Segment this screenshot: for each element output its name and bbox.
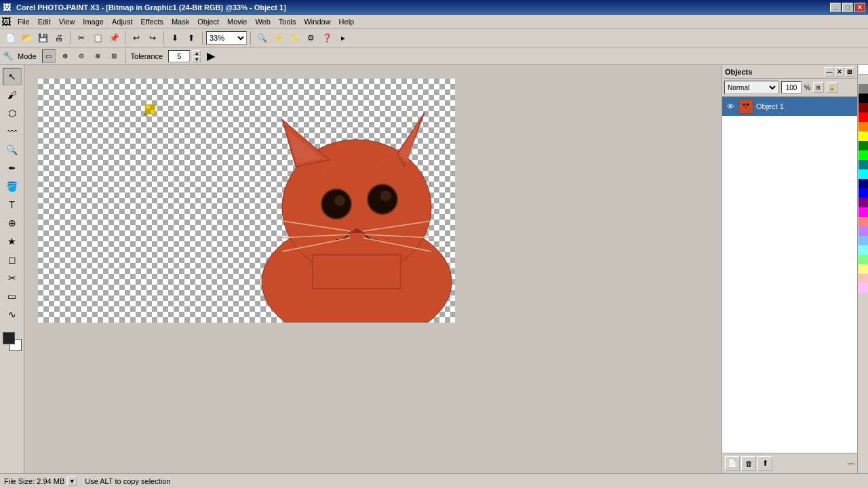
- open-button[interactable]: 📂: [19, 30, 34, 45]
- palette-ltcyan[interactable]: [859, 245, 868, 255]
- color-mode-button[interactable]: ⚡: [271, 30, 285, 45]
- panel-menu-button[interactable]: ⊞: [845, 67, 854, 77]
- palette-orange[interactable]: [859, 122, 868, 131]
- tolerance-up[interactable]: ▲: [193, 50, 201, 56]
- eraser-tool-btn[interactable]: ◻: [3, 251, 22, 268]
- mode-xor-button[interactable]: ⊗: [91, 49, 104, 63]
- palette-ltyellow[interactable]: [859, 264, 868, 274]
- print-button[interactable]: 🖨: [52, 30, 66, 45]
- mode-subtractive-button[interactable]: ⊖: [75, 49, 88, 63]
- add-object-button[interactable]: 📄: [725, 456, 740, 471]
- palette-pink[interactable]: [859, 274, 868, 283]
- sep1: [70, 31, 71, 45]
- opacity-input[interactable]: [781, 81, 802, 94]
- palette-salmon[interactable]: [859, 217, 868, 226]
- help-button[interactable]: ❓: [319, 30, 334, 45]
- mode-overlap-button[interactable]: ⊞: [107, 49, 121, 63]
- mask-rect-tool[interactable]: ▭: [3, 287, 22, 305]
- palette-black[interactable]: [859, 94, 868, 103]
- menu-object[interactable]: Object: [193, 16, 223, 27]
- menu-adjust[interactable]: Adjust: [108, 16, 137, 27]
- close-button[interactable]: ✕: [854, 3, 865, 12]
- tolerance-down[interactable]: ▼: [193, 56, 201, 62]
- undo-button[interactable]: ↩: [129, 30, 144, 45]
- palette-red[interactable]: [859, 113, 868, 122]
- eye-icon[interactable]: 👁: [725, 101, 736, 112]
- options-button[interactable]: ⚙: [303, 30, 318, 45]
- eyedropper-tool-btn[interactable]: ✒: [3, 159, 22, 177]
- menu-edit[interactable]: Edit: [34, 16, 55, 27]
- panel-rollup-button[interactable]: —: [825, 67, 834, 77]
- palette-ltpurple[interactable]: [859, 283, 868, 293]
- crop-tool-btn[interactable]: ✂: [3, 269, 22, 287]
- foreground-color[interactable]: [3, 332, 15, 344]
- menu-effects[interactable]: Effects: [137, 16, 167, 27]
- paint-brush-tool[interactable]: 🖌: [3, 86, 22, 104]
- restore-button[interactable]: □: [842, 3, 853, 12]
- menu-mask[interactable]: Mask: [167, 16, 193, 27]
- minimize-button[interactable]: _: [830, 3, 841, 12]
- effect-tool-btn[interactable]: ★: [3, 232, 22, 250]
- redo-button[interactable]: ↪: [145, 30, 160, 45]
- zoom-select[interactable]: 25% 33% 50% 75% 100% 200%: [206, 31, 247, 45]
- palette-white[interactable]: [859, 65, 868, 75]
- palette-green[interactable]: [859, 150, 868, 160]
- canvas-area[interactable]: ↖: [24, 65, 722, 473]
- fill-tool-btn[interactable]: 🪣: [3, 178, 22, 195]
- object-row-1[interactable]: 👁 Object 1: [722, 97, 857, 116]
- palette-ltblue[interactable]: [859, 236, 868, 245]
- palette-darkred[interactable]: [859, 103, 868, 113]
- new-button[interactable]: 📄: [3, 30, 18, 45]
- color-swatches[interactable]: [3, 332, 22, 351]
- palette-teal[interactable]: [859, 160, 868, 169]
- status-dropdown[interactable]: ▼: [67, 476, 77, 486]
- palette-purple[interactable]: [859, 198, 868, 207]
- delete-object-button[interactable]: 🗑: [741, 456, 756, 471]
- export-button[interactable]: ⬆: [184, 30, 199, 45]
- lock-button[interactable]: 🔒: [827, 82, 837, 93]
- menu-file[interactable]: File: [14, 16, 34, 27]
- mask-freehand-tool[interactable]: ∿: [3, 306, 22, 323]
- text-tool-btn[interactable]: T: [3, 196, 22, 214]
- tolerance-spinner[interactable]: ▲ ▼: [193, 50, 201, 62]
- clone-tool-btn[interactable]: ⊕: [3, 214, 22, 232]
- palette-ltgreen[interactable]: [859, 255, 868, 264]
- tolerance-input[interactable]: 5: [168, 50, 190, 62]
- palette-gray[interactable]: [859, 84, 868, 94]
- menu-view[interactable]: View: [55, 16, 79, 27]
- mode-additive-button[interactable]: ⊕: [58, 49, 72, 63]
- move-up-button[interactable]: ⬆: [757, 456, 772, 471]
- menu-tools[interactable]: Tools: [275, 16, 300, 27]
- cut-button[interactable]: ✂: [74, 30, 89, 45]
- copy-button[interactable]: 📋: [90, 30, 105, 45]
- shape-tool-btn[interactable]: ⬡: [3, 104, 22, 122]
- menu-window[interactable]: Window: [300, 16, 334, 27]
- palette-blue[interactable]: [859, 188, 868, 198]
- palette-darkgreen[interactable]: [859, 141, 868, 150]
- save-button[interactable]: 💾: [35, 30, 50, 45]
- palette-cyan[interactable]: [859, 169, 868, 179]
- merge-button[interactable]: ⊞: [813, 82, 824, 93]
- reset-button[interactable]: ▶: [203, 49, 218, 64]
- palette-magenta[interactable]: [859, 207, 868, 217]
- palette-navy[interactable]: [859, 179, 868, 188]
- panel-close-button[interactable]: ✕: [835, 67, 844, 77]
- paste-button[interactable]: 📌: [106, 30, 121, 45]
- objects-list: 👁 Object 1: [722, 97, 857, 275]
- arrow-tool[interactable]: ↖: [3, 68, 22, 85]
- zoom-in-button[interactable]: 🔍: [254, 30, 269, 45]
- effects-button[interactable]: ✨: [287, 30, 302, 45]
- menu-image[interactable]: Image: [79, 16, 108, 27]
- menu-help[interactable]: Help: [335, 16, 359, 27]
- smear-tool[interactable]: 〰: [3, 123, 22, 140]
- mode-normal-button[interactable]: ▭: [42, 49, 56, 63]
- blend-mode-select[interactable]: Normal Multiply Screen: [724, 81, 778, 94]
- palette-lgray[interactable]: [859, 75, 868, 84]
- extra-button[interactable]: ▸: [336, 30, 351, 45]
- zoom-tool-btn[interactable]: 🔍: [3, 141, 22, 159]
- palette-violet[interactable]: [859, 226, 868, 236]
- palette-yellow[interactable]: [859, 131, 868, 141]
- import-button[interactable]: ⬇: [167, 30, 182, 45]
- menu-movie[interactable]: Movie: [223, 16, 251, 27]
- menu-web[interactable]: Web: [251, 16, 274, 27]
